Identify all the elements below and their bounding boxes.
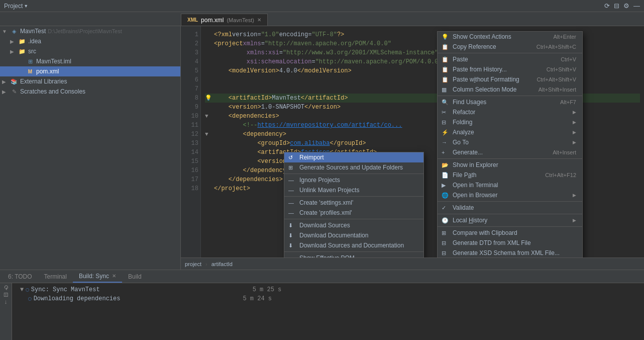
tree-path-mavntest: D:\JetBrains\Project\MavnTest: [48, 28, 122, 34]
downloading-label: Downloading dependencies: [34, 294, 121, 303]
tree-item-src[interactable]: ▶ 📁 src: [0, 46, 180, 56]
main-area: ▼ ◈ MavnTest D:\JetBrains\Project\MavnTe…: [0, 26, 644, 270]
cm-item-paste[interactable]: 📋 Paste Ctrl+V: [438, 54, 582, 64]
minimize-icon[interactable]: —: [633, 2, 640, 10]
bulb-cm-icon: 💡: [442, 34, 450, 40]
cm-item-goto[interactable]: → Go To: [438, 137, 582, 147]
bottom-tabs: 6: TODO Terminal Build: Sync ✕ Build: [0, 270, 644, 283]
cm-item-generate-sources[interactable]: ⊞ Generate Sources and Update Folders: [284, 162, 423, 173]
cm-item-open-browser[interactable]: 🌐 Open in Browser: [438, 190, 582, 200]
split-icon[interactable]: ⊟: [614, 2, 619, 10]
build-tab-close[interactable]: ✕: [112, 273, 116, 279]
gutter-17: [205, 175, 213, 184]
cm-item-unlink[interactable]: — Unlink Maven Projects: [284, 185, 423, 195]
cm-sep-4: [284, 251, 423, 252]
tree-item-pomxml[interactable]: ▶ M pom.xml: [0, 66, 180, 76]
cm-item-show-explorer[interactable]: 📂 Show in Explorer: [438, 160, 582, 170]
cm-item-gen-dtd[interactable]: ⊟ Generate DTD from XML File: [438, 238, 582, 248]
bottom-sidebar-icon-3[interactable]: →: [3, 299, 10, 305]
file-path-shortcut: Ctrl+Alt+F12: [535, 172, 576, 178]
cm-item-find-usages[interactable]: 🔍 Find Usages Alt+F7: [438, 97, 582, 107]
tree-label-mavntest: MavnTest: [20, 28, 46, 35]
cm-item-col-mode[interactable]: ▦ Column Selection Mode Alt+Shift+Insert: [438, 84, 582, 95]
tab-build2[interactable]: Build: [122, 270, 148, 283]
tab-terminal[interactable]: Terminal: [38, 270, 73, 283]
cm-item-compare-clipboard[interactable]: ⊞ Compare with Clipboard: [438, 228, 582, 238]
gen-dtd-icon: ⊟: [442, 240, 450, 246]
tab-close-button[interactable]: ✕: [257, 17, 261, 23]
cm-label-compare-clipboard: Compare with Clipboard: [453, 229, 517, 236]
gutter-2: [205, 39, 213, 48]
tab-bar: XML pom.xml (MavnTest) ✕: [0, 12, 644, 26]
line-numbers: 123456789101112131415161718: [181, 26, 201, 258]
cm-item-create-profiles[interactable]: — Create 'profiles.xml': [284, 208, 423, 218]
cm-item-dl-sources[interactable]: ⬇ Download Sources: [284, 220, 423, 230]
create-profiles-icon: —: [288, 210, 296, 216]
tree-item-idea[interactable]: ▶ 📁 .idea: [0, 36, 180, 46]
cm-item-paste-no-format[interactable]: 📋 Paste without Formatting Ctrl+Alt+Shif…: [438, 74, 582, 84]
cm-label-goto: Go To: [453, 139, 469, 146]
cm-item-create-settings[interactable]: — Create 'settings.xml': [284, 198, 423, 208]
cm-item-validate[interactable]: ✓ Validate: [438, 203, 582, 213]
project-label[interactable]: Project: [4, 3, 23, 10]
cm-label-dl-sources: Download Sources: [299, 222, 350, 229]
scratches-icon: ✎: [10, 88, 18, 96]
fold-icon-12[interactable]: ▼: [205, 130, 213, 139]
cm-item-open-terminal[interactable]: ▶ Open in Terminal: [438, 180, 582, 190]
cm-item-file-path[interactable]: 📄 File Path Ctrl+Alt+F12: [438, 170, 582, 180]
tree-item-extlibs[interactable]: ▶ 📚 External Libraries: [0, 76, 180, 87]
breadcrumb-project[interactable]: project: [185, 261, 201, 267]
bottom-sidebar-icon-1[interactable]: ⟳: [3, 285, 10, 290]
cm-label-generate: Generate...: [453, 149, 483, 156]
cm-item-copy-ref[interactable]: 📋 Copy Reference Ctrl+Alt+Shift+C: [438, 42, 582, 52]
tab-build[interactable]: Build: Sync ✕: [73, 270, 122, 283]
cm-item-reimport[interactable]: ↺ Reimport: [284, 152, 423, 162]
cm-label-dl-both: Download Sources and Documentation: [299, 242, 404, 249]
cm-item-ignore[interactable]: — Ignore Projects: [284, 175, 423, 185]
main-context-menu[interactable]: 💡 Show Context Actions Alt+Enter 📋 Copy …: [437, 31, 583, 258]
tab-pom-xml[interactable]: XML pom.xml (MavnTest) ✕: [181, 14, 268, 26]
cm-item-analyze[interactable]: ⚡ Analyze: [438, 127, 582, 137]
breadcrumb-artifactid[interactable]: artifactId: [211, 261, 233, 267]
cm-item-folding[interactable]: ⊟ Folding: [438, 117, 582, 127]
gutter-9: [205, 103, 213, 112]
create-settings-icon: —: [288, 200, 296, 206]
tree-item-iml[interactable]: ▶ ⊞ MavnTest.iml: [0, 56, 180, 66]
settings-icon[interactable]: ⚙: [623, 2, 629, 10]
sync-timestamp: 5 m 25 s: [253, 285, 282, 294]
cm-item-effective-pom[interactable]: — Show Effective POM: [284, 253, 423, 258]
xml-icon-pom: M: [26, 67, 34, 75]
gutter-18: [205, 184, 213, 193]
cm-item-dl-both[interactable]: ⬇ Download Sources and Documentation: [284, 240, 423, 250]
gutter-4: [205, 57, 213, 66]
cm-item-dl-docs[interactable]: ⬇ Download Documentation: [284, 230, 423, 240]
cm-item-context-actions[interactable]: 💡 Show Context Actions Alt+Enter: [438, 32, 582, 42]
bulb-icon-8[interactable]: 💡: [205, 94, 213, 103]
dl-sources-icon: ⬇: [288, 222, 296, 229]
cm-item-local-history[interactable]: 🕐 Local History: [438, 215, 582, 225]
sync-icon[interactable]: ⟳: [604, 2, 610, 10]
cm-item-generate[interactable]: + Generate... Alt+Insert: [438, 147, 582, 157]
gutter-1: [205, 30, 213, 39]
tab-6-todo[interactable]: 6: TODO: [2, 270, 38, 283]
gutter-15: [205, 157, 213, 166]
maven-context-menu[interactable]: ↺ Reimport ⊞ Generate Sources and Update…: [284, 152, 424, 258]
cm-item-refactor[interactable]: ✂ Refactor: [438, 107, 582, 117]
cm-label-create-settings: Create 'settings.xml': [299, 199, 353, 206]
bottom-sidebar-icon-2[interactable]: ⊟: [3, 292, 10, 297]
cm-item-paste-history[interactable]: 📋 Paste from History... Ctrl+Shift+V: [438, 64, 582, 74]
cm-label-open-terminal: Open in Terminal: [453, 182, 498, 189]
cm-label-analyze: Analyze: [453, 129, 474, 136]
expand-arrow-mavntest: ▼: [2, 29, 10, 34]
dropdown-arrow[interactable]: ▼: [24, 4, 28, 9]
tree-item-mavntest[interactable]: ▼ ◈ MavnTest D:\JetBrains\Project\MavnTe…: [0, 26, 180, 36]
fold-icon-10[interactable]: ▼: [205, 112, 213, 121]
tree-item-scratches[interactable]: ▶ ✎ Scratches and Consoles: [0, 87, 180, 97]
cm-item-gen-xsd[interactable]: ⊟ Generate XSD Schema from XML File...: [438, 248, 582, 258]
paste-history-icon: 📋: [442, 66, 450, 73]
editor-content[interactable]: 123456789101112131415161718 <?xml versio…: [181, 26, 644, 258]
generate-sources-icon: ⊞: [288, 164, 296, 171]
title-bar: Project ▼ ⟳ ⊟ ⚙ —: [0, 0, 644, 12]
open-browser-icon: 🌐: [442, 192, 450, 199]
build-row-sync: ▼ ◌ Sync: Sync MavnTest 5 m 25 s: [16, 285, 640, 294]
